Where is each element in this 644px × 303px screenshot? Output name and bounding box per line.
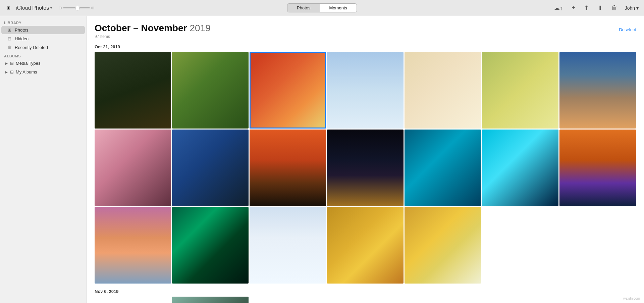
photo-cell[interactable] <box>327 130 404 206</box>
photo-cell[interactable] <box>172 297 249 303</box>
item-count: 97 Items <box>95 34 636 39</box>
sidebar-item-hidden[interactable]: ⊟ Hidden <box>1 35 85 43</box>
library-section-header: Library <box>0 19 86 26</box>
photo-cell[interactable] <box>250 52 326 129</box>
sidebar-item-hidden-label: Hidden <box>15 36 29 41</box>
photo-cell[interactable] <box>405 207 481 284</box>
download-button[interactable]: ⬇ <box>596 3 604 13</box>
user-menu[interactable]: John ▾ <box>625 5 639 11</box>
add-button[interactable]: + <box>570 3 577 13</box>
icloud-brand: iCloud <box>16 5 31 11</box>
photo-cell[interactable] <box>327 207 404 284</box>
expand-arrow-icon: ▶ <box>5 62 8 65</box>
my-albums-label: My Albums <box>16 69 37 74</box>
topbar-left: ⊞ iCloud Photos ▾ ⊟ ⊞ <box>5 4 93 12</box>
topbar: ⊞ iCloud Photos ▾ ⊟ ⊞ Photos Moments ☁↑ … <box>0 0 644 16</box>
sidebar-toggle-icon: ⊞ <box>7 5 10 10</box>
photo-row-1 <box>95 52 636 129</box>
title-row: October – November 2019 Deselect <box>95 23 636 34</box>
zoom-control: ⊟ ⊞ <box>59 6 94 10</box>
watermark: wsxdn.com <box>623 297 640 300</box>
photo-cell[interactable] <box>172 130 249 206</box>
zoom-out-icon: ⊟ <box>59 6 62 10</box>
my-albums-icon: ⊞ <box>9 69 14 74</box>
photos-tab[interactable]: Photos <box>287 4 320 12</box>
date-section-header-nov6: Nov 6, 2019 <box>95 289 636 294</box>
photo-row-3 <box>95 207 636 284</box>
date-label-oct21: Oct 21, 2019 <box>95 44 120 49</box>
media-types-label: Media Types <box>16 61 40 66</box>
moments-tab[interactable]: Moments <box>320 4 357 12</box>
date-section-nov6: Nov 6, 2019 <box>95 289 636 303</box>
photo-cell[interactable] <box>405 130 481 206</box>
photos-moments-segcontrol: Photos Moments <box>287 3 357 12</box>
photo-row-2 <box>95 130 636 206</box>
photo-cell[interactable] <box>250 207 326 284</box>
share-button[interactable]: ⬆ <box>583 3 590 13</box>
date-section-oct21: Oct 21, 2019 <box>95 44 636 284</box>
sidebar-item-photos[interactable]: ⊞ Photos <box>1 26 85 34</box>
photo-cell[interactable] <box>172 52 249 129</box>
albums-section-header: Albums <box>0 52 86 59</box>
hidden-icon: ⊟ <box>7 36 12 41</box>
sidebar-item-recently-deleted-label: Recently Deleted <box>15 45 48 50</box>
topbar-actions: ☁↑ + ⬆ ⬇ 🗑 John ▾ <box>552 3 639 13</box>
photo-cell[interactable] <box>95 52 171 129</box>
zoom-slider[interactable] <box>63 7 90 8</box>
upload-button[interactable]: ☁↑ <box>552 3 564 13</box>
zoom-in-icon: ⊞ <box>91 6 94 10</box>
content-year: 2019 <box>190 23 210 34</box>
product-name: Photos <box>32 5 49 11</box>
photo-cell[interactable] <box>250 130 326 206</box>
photo-cell[interactable] <box>482 52 558 129</box>
deselect-button[interactable]: Deselect <box>619 27 636 32</box>
photo-row-nov6 <box>95 297 636 303</box>
sidebar-item-media-types[interactable]: ▶ ⊞ Media Types <box>1 59 85 67</box>
date-label-nov6: Nov 6, 2019 <box>95 289 119 294</box>
photo-cell[interactable] <box>405 52 481 129</box>
delete-button[interactable]: 🗑 <box>610 3 619 13</box>
sidebar: Library ⊞ Photos ⊟ Hidden 🗑 Recently Del… <box>0 16 87 303</box>
trash-icon: 🗑 <box>7 45 12 50</box>
expand-arrow-icon-2: ▶ <box>5 70 8 74</box>
photos-icon: ⊞ <box>7 28 12 33</box>
date-section-header-oct21: Oct 21, 2019 <box>95 44 636 49</box>
photo-cell[interactable] <box>95 130 171 206</box>
content-title: October – November <box>95 23 187 34</box>
view-toggle: Photos Moments <box>287 3 357 12</box>
photo-cell[interactable] <box>172 207 249 284</box>
content-area: October – November 2019 Deselect 97 Item… <box>87 16 644 303</box>
app-logo: iCloud Photos ▾ <box>16 5 52 11</box>
app-chevron-icon[interactable]: ▾ <box>50 6 52 10</box>
sidebar-toggle-button[interactable]: ⊞ <box>5 4 12 12</box>
photo-cell[interactable] <box>327 52 404 129</box>
photo-cell[interactable] <box>95 297 171 303</box>
sidebar-item-my-albums[interactable]: ▶ ⊞ My Albums <box>1 68 85 76</box>
photo-cell[interactable] <box>559 52 636 129</box>
media-types-icon: ⊞ <box>9 61 14 66</box>
sidebar-item-photos-label: Photos <box>15 28 28 33</box>
photo-cell[interactable] <box>559 130 636 206</box>
main-layout: Library ⊞ Photos ⊟ Hidden 🗑 Recently Del… <box>0 16 644 303</box>
photo-cell[interactable] <box>482 130 558 206</box>
sidebar-item-recently-deleted[interactable]: 🗑 Recently Deleted <box>1 43 85 52</box>
content-header: October – November 2019 Deselect 97 Item… <box>95 23 636 39</box>
photo-cell[interactable] <box>95 207 171 284</box>
